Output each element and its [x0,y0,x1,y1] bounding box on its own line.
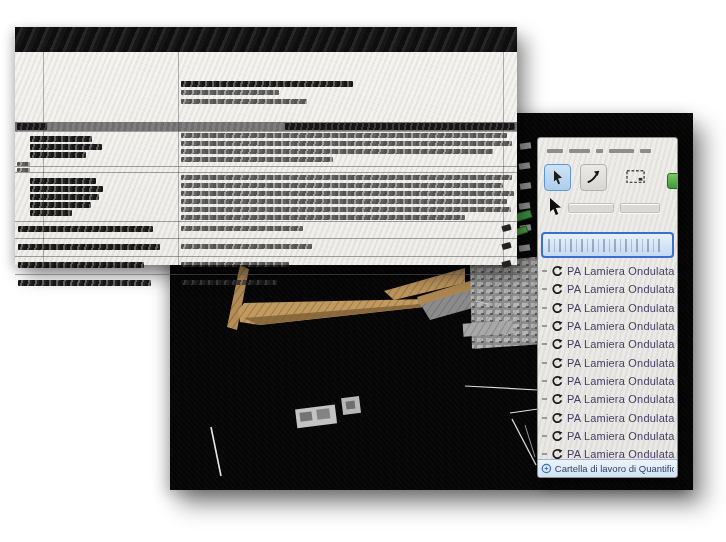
selection-mode-row[interactable] [538,195,677,225]
scribble-text-bar [30,194,99,200]
scribble-text-bar [18,280,151,286]
selected-field[interactable] [541,232,674,258]
object-icon [551,393,563,405]
scribble-text-bar [181,133,507,138]
object-icon [551,412,563,424]
list-item[interactable]: PA Lamiera Ondulata [538,427,677,445]
report-window[interactable] [15,27,517,265]
list-item-tick [542,398,547,400]
row-separator [15,221,517,222]
report-body [15,52,517,265]
column-divider [503,52,504,265]
scribble-text-bar [181,149,493,154]
list-item-label: PA Lamiera Ondulata [567,283,675,295]
desktop-canvas: PA Lamiera OndulataPA Lamiera OndulataPA… [0,0,726,542]
list-item-label: PA Lamiera Ondulata [567,265,675,277]
track-arrow-tool-button[interactable] [580,164,607,191]
report-titlebar[interactable] [15,27,517,52]
menu-text-bar [547,149,563,153]
list-item-label: PA Lamiera Ondulata [567,320,675,332]
scribble-text-bar [181,215,465,220]
row-separator [15,256,517,257]
block-column [519,142,532,251]
scribble-text-bar [181,280,277,285]
bottom-tab[interactable]: Cartella di lavoro di Quantific [538,459,677,477]
select-arrow-icon [550,169,566,185]
object-icon [551,357,563,369]
list-item-label: PA Lamiera Ondulata [567,412,675,424]
panel-menu-bars [538,138,677,157]
scribble-text-bar [181,99,307,104]
scribble-text-bar [30,210,72,216]
select-arrow-tool-button[interactable] [544,164,571,191]
scribble-text-bar [181,157,333,162]
field-text-marks [548,239,664,252]
scribble-text-bar [30,186,103,192]
list-item[interactable]: PA Lamiera Ondulata [538,372,677,390]
object-icon [551,283,563,295]
menu-text-bar [569,149,590,153]
row-separator [15,131,517,132]
scribble-text-bar [181,183,503,188]
list-item[interactable]: PA Lamiera Ondulata [538,317,677,335]
list-item-tick [542,288,547,290]
table-rows [15,52,517,265]
list-item[interactable]: PA Lamiera Ondulata [538,299,677,317]
list-item[interactable]: PA Lamiera Ondulata [538,335,677,353]
scribble-text-bar [30,202,91,208]
scribble-text-bar [17,168,30,172]
component-list: PA Lamiera OndulataPA Lamiera OndulataPA… [538,262,677,463]
scribble-text-bar [30,152,86,158]
list-item-label: PA Lamiera Ondulata [567,393,675,405]
embossed-text-bar [620,203,660,213]
scribble-text-bar [181,191,514,196]
row-separator [15,166,517,167]
workbook-icon [541,463,552,474]
list-item-tick [542,380,547,382]
scribble-text-bar [30,178,96,184]
cursor-arrow-icon [549,198,562,216]
marquee-tool-button[interactable] [622,164,649,191]
list-item-tick [542,453,547,455]
column-divider [43,52,44,265]
row-separator [15,238,517,239]
list-item-label: PA Lamiera Ondulata [567,430,675,442]
list-item-tick [542,307,547,309]
row-separator [15,172,517,173]
list-item[interactable]: PA Lamiera Ondulata [538,408,677,426]
scribble-text-bar [181,207,511,212]
scribble-text-bar [30,144,102,150]
selection-mode-label-bars [568,203,660,213]
scribble-text-bar [181,244,312,249]
scribble-text-bar [30,136,92,142]
list-item-label: PA Lamiera Ondulata [567,375,675,387]
scribble-text-bar [18,244,160,250]
list-item-tick [542,435,547,437]
small-boxes [295,396,361,428]
object-icon [551,338,563,350]
list-item[interactable]: PA Lamiera Ondulata [538,280,677,298]
list-item[interactable]: PA Lamiera Ondulata [538,353,677,371]
scribble-text-bar [181,175,512,180]
list-item-tick [542,417,547,419]
quantity-palette-window[interactable]: PA Lamiera OndulataPA Lamiera OndulataPA… [537,137,678,478]
column-divider [178,52,179,265]
object-icon [551,265,563,277]
menu-text-bar [640,149,651,153]
scribble-text-bar [181,90,279,95]
scribble-text-bar [17,162,30,166]
menu-text-bar [609,149,634,153]
object-icon [551,430,563,442]
list-item[interactable]: PA Lamiera Ondulata [538,390,677,408]
marquee-icon [625,168,647,186]
list-item[interactable]: PA Lamiera Ondulata [538,262,677,280]
component-layers-tool-button[interactable] [666,164,678,191]
beam-long [238,299,428,325]
scribble-text-bar [181,81,353,87]
scribble-text-bar [18,226,153,232]
scribble-text-bar [18,262,144,268]
panel-toolbar [538,157,677,195]
list-item-tick [542,325,547,327]
embossed-text-bar [568,203,614,213]
bottom-tab-label: Cartella di lavoro di Quantific [555,463,674,474]
